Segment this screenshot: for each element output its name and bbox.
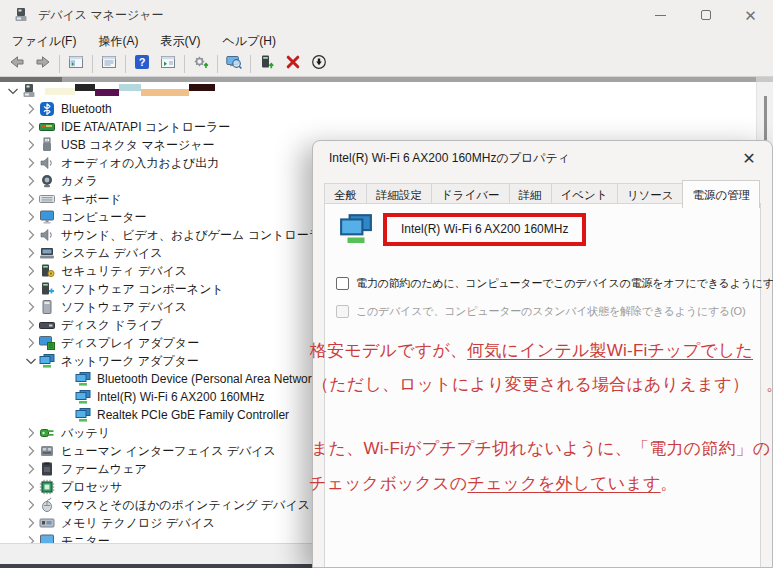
chevron-right-icon[interactable] — [23, 155, 39, 171]
close-button[interactable]: ✕ — [728, 0, 773, 30]
tree-item-label: プロセッサ — [61, 479, 122, 496]
tree-indent — [59, 407, 75, 423]
tree-item-label: カメラ — [61, 173, 98, 190]
show-console-tree-button[interactable] — [63, 53, 89, 75]
swdev-icon — [39, 299, 55, 315]
chevron-right-icon[interactable] — [23, 425, 39, 441]
checkbox — [336, 305, 349, 318]
gear-up-icon — [193, 54, 209, 74]
chevron-right-icon[interactable] — [23, 119, 39, 135]
tree-item-label: ヒューマン インターフェイス デバイス — [61, 443, 276, 460]
chevron-right-icon[interactable] — [23, 281, 39, 297]
forward-button[interactable] — [30, 53, 56, 75]
hid-icon — [39, 443, 55, 459]
chevron-right-icon[interactable] — [23, 209, 39, 225]
keyboard-icon — [39, 191, 55, 207]
minimize-button[interactable] — [638, 0, 683, 30]
help-button[interactable]: ? — [129, 53, 155, 75]
tree-indent — [59, 371, 75, 387]
tree-item-label: メモリ テクノロジ デバイス — [61, 515, 215, 532]
power-off-checkbox-row: 電力の節約のために、コンピューターでこのデバイスの電源をオフにできるようにする(… — [336, 276, 773, 291]
tab-power-management[interactable]: 電源の管理 — [682, 180, 760, 208]
device-manager-app-icon — [13, 7, 29, 23]
menu-file[interactable]: ファイル(F) — [2, 31, 88, 52]
network-icon — [75, 371, 91, 387]
menu-view[interactable]: 表示(V) — [150, 31, 212, 52]
uninstall-device-button[interactable] — [280, 53, 306, 75]
chevron-right-icon[interactable] — [23, 101, 39, 117]
chevron-right-icon[interactable] — [23, 227, 39, 243]
chevron-right-icon[interactable] — [23, 317, 39, 333]
network-icon — [39, 353, 55, 369]
chevron-right-icon[interactable] — [23, 479, 39, 495]
chevron-right-icon[interactable] — [23, 533, 39, 543]
chevron-down-icon[interactable] — [23, 353, 39, 369]
tree-root-computer[interactable] — [0, 82, 756, 100]
tree-bluetooth[interactable]: Bluetooth — [0, 100, 756, 118]
tree-item-label: モニター — [61, 533, 110, 544]
close-icon: ✕ — [742, 149, 755, 168]
chevron-right-icon[interactable] — [23, 515, 39, 531]
maximize-icon — [701, 10, 711, 20]
checkbox-label: このデバイスで、コンピューターのスタンバイ状態を解除できるようにする(O) — [356, 304, 745, 319]
swcomp-icon — [39, 281, 55, 297]
toolbar-separator — [184, 55, 185, 73]
disable-device-button[interactable] — [306, 53, 332, 75]
tree-item-label: キーボード — [61, 191, 122, 208]
back-button[interactable] — [4, 53, 30, 75]
properties-icon — [101, 54, 117, 74]
close-icon: ✕ — [744, 8, 757, 23]
action-pane-button[interactable] — [155, 53, 181, 75]
tree-item-label: ディスク ドライブ — [61, 317, 163, 334]
down-circle-icon — [311, 54, 327, 74]
chevron-right-icon[interactable] — [23, 263, 39, 279]
device-header-row: Intel(R) Wi-Fi 6 AX200 160MHz — [337, 212, 586, 246]
tree-item-label: バッテリ — [61, 425, 110, 442]
help-icon: ? — [134, 54, 150, 74]
device-manager-window: デバイス マネージャー ✕ ファイル(F)操作(A)表示(V)ヘルプ(H) ? … — [0, 0, 773, 568]
chevron-right-icon[interactable] — [23, 299, 39, 315]
power-management-page: Intel(R) Wi-Fi 6 AX200 160MHz 電力の節約のために、… — [324, 203, 761, 567]
menu-help[interactable]: ヘルプ(H) — [212, 31, 288, 52]
dialog-title-bar: Intel(R) Wi-Fi 6 AX200 160MHzのプロパティ ✕ — [313, 141, 772, 175]
battery-icon — [39, 425, 55, 441]
tree-item-label: ネットワーク アダプター — [61, 353, 199, 370]
wake-checkbox-row: このデバイスで、コンピューターのスタンバイ状態を解除できるようにする(O) — [336, 304, 745, 319]
properties-button[interactable] — [96, 53, 122, 75]
window-title: デバイス マネージャー — [38, 7, 164, 24]
dialog-title: Intel(R) Wi-Fi 6 AX200 160MHzのプロパティ — [329, 150, 570, 167]
chevron-right-icon[interactable] — [23, 173, 39, 189]
chevron-right-icon[interactable] — [23, 461, 39, 477]
computer-icon — [21, 83, 37, 99]
usb-icon — [39, 137, 55, 153]
scan-hardware-button[interactable] — [221, 53, 247, 75]
chevron-down-icon[interactable] — [5, 83, 21, 99]
processor-icon — [39, 479, 55, 495]
add-driver-button[interactable] — [254, 53, 280, 75]
chevron-right-icon[interactable] — [23, 335, 39, 351]
maximize-button[interactable] — [683, 0, 728, 30]
checkbox[interactable] — [336, 277, 349, 290]
network-icon — [75, 389, 91, 405]
menu-bar: ファイル(F)操作(A)表示(V)ヘルプ(H) — [0, 30, 773, 52]
toolbar: ? — [0, 52, 773, 76]
console-tree-icon — [68, 54, 84, 74]
chevron-right-icon[interactable] — [23, 443, 39, 459]
arrow-right-icon — [35, 54, 51, 74]
chevron-right-icon[interactable] — [23, 497, 39, 513]
tree-item-label: Realtek PCIe GbE Family Controller — [97, 408, 289, 422]
tree-ide[interactable]: IDE ATA/ATAPI コントローラー — [0, 118, 756, 136]
chevron-right-icon[interactable] — [23, 137, 39, 153]
chevron-right-icon[interactable] — [23, 191, 39, 207]
chevron-right-icon[interactable] — [23, 245, 39, 261]
monitor2-icon — [39, 533, 55, 543]
tree-item-label: ファームウェア — [61, 461, 147, 478]
tree-item-label: Bluetooth Device (Personal Area Network) — [97, 372, 322, 386]
update-driver-button[interactable] — [188, 53, 214, 75]
audio-icon — [39, 155, 55, 171]
dialog-close-button[interactable]: ✕ — [732, 144, 766, 172]
menu-action[interactable]: 操作(A) — [88, 31, 150, 52]
red-x-icon — [285, 54, 301, 74]
tree-item-label: システム デバイス — [61, 245, 163, 262]
tree-item-label: ディスプレイ アダプター — [61, 335, 199, 352]
